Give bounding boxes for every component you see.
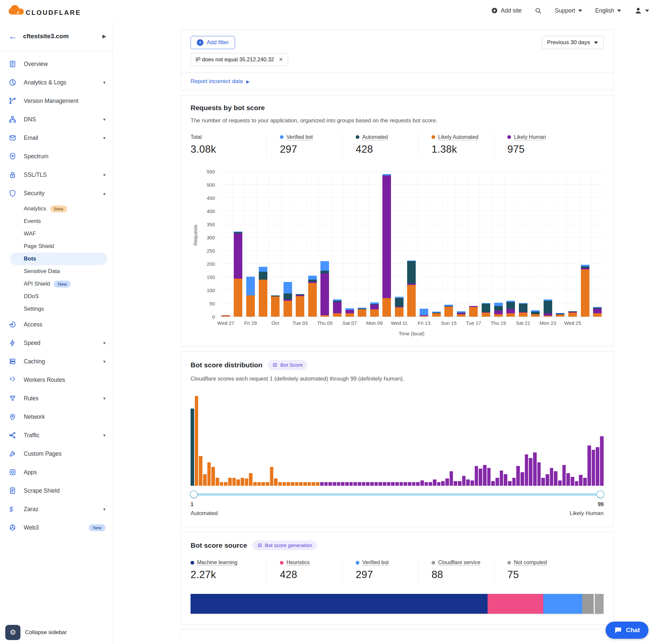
slider-handle-max[interactable] [596,490,604,498]
hist-bar-score-37 [341,482,345,486]
hist-bar-score-90 [562,465,566,486]
requests-by-bot-score-card: Requests by bot score The number of requ… [180,95,614,347]
bar-sat-07 [344,172,356,317]
support-menu[interactable]: Support [555,7,582,14]
sidebar: ← cftestsite3.com ▶ OverviewAnalytics & … [0,21,113,644]
slider-handle-min[interactable] [190,490,198,498]
hist-bar-score-18 [261,482,265,486]
sidebar-item-access[interactable]: Access [0,315,113,334]
cloudflare-logo: CLOUDFLARE [7,5,81,17]
bot-score-generation-badge[interactable]: Bot score generation [253,540,317,550]
sidebar-item-workers-routes[interactable]: Workers Routes [0,371,113,389]
y-tick-label: 450 [207,195,215,201]
sidebar-item-rules[interactable]: Rules▾ [0,389,113,408]
stat-label[interactable]: Machine learning [197,559,237,566]
date-range-dropdown[interactable]: Previous 30 days [542,36,604,49]
sidebar-item-events[interactable]: Events [0,215,113,228]
segment-automated [519,304,527,312]
analytics-icon [8,78,17,86]
stat-label[interactable]: Heuristics [286,559,310,566]
hist-bar-score-22 [278,482,282,486]
sidebar-item-traffic[interactable]: Traffic▾ [0,426,113,444]
bar-oct-01 [269,172,282,317]
search-button[interactable] [535,7,542,14]
stat-label[interactable]: Cloudflare service [438,559,480,566]
collapse-sidebar-button[interactable]: Collapse sidebar [25,629,67,636]
plus-icon: + [197,39,204,46]
sidebar-item-scrape-shield[interactable]: Scrape Shield [0,481,113,500]
hist-bar-score-61 [441,481,445,486]
stat-label[interactable]: Not computed [514,559,547,566]
chevron-down-icon: ▾ [103,172,105,178]
x-tick-label: Mon 09 [366,320,383,326]
language-menu[interactable]: English [595,7,621,14]
segment-likely-automated [407,285,416,317]
x-tick-label: Mon 23 [540,320,556,326]
slider-track[interactable] [191,493,604,496]
segment-likely-automated [234,279,242,316]
segment-verified-bot [494,303,503,306]
sidebar-item-page-shield[interactable]: Page Shield [0,240,113,253]
sidebar-item-waf[interactable]: WAF [0,228,113,240]
legend-dot [356,135,359,139]
sidebar-item-api-shield[interactable]: API ShieldNew [0,278,113,290]
x-tick-label: Tue 17 [466,320,481,326]
slider-right-caption: Likely Human [570,510,604,517]
sidebar-item-analytics[interactable]: AnalyticsBeta [0,203,113,215]
sidebar-item-ddos[interactable]: DDoS [0,290,113,303]
stat-label[interactable]: Likely Human [514,134,546,140]
legend-dot [191,561,194,565]
sidebar-item-overview[interactable]: Overview [0,55,113,73]
sidebar-item-analytics-logs[interactable]: Analytics & Logs▾ [0,73,113,92]
sidebar-item-ssl-tls[interactable]: SSL/TLS▾ [0,165,113,184]
bar-thu-05 [319,172,331,317]
sidebar-item-dns[interactable]: DNS▾ [0,110,113,129]
x-tick-mark [375,317,375,319]
hist-bar-score-38 [345,482,349,486]
back-arrow-icon[interactable]: ← [8,32,17,41]
sidebar-item-version-management[interactable]: Version Management [0,92,113,110]
hist-bar-score-36 [337,482,340,486]
sidebar-item-speed[interactable]: Speed▾ [0,334,113,352]
cloudflare-cloud-icon [7,5,25,17]
hist-bar-score-6 [211,467,215,486]
legend-dot [508,135,511,139]
sidebar-item-network[interactable]: Network [0,408,113,426]
x-tick-mark [325,317,325,319]
sidebar-item-settings[interactable]: Settings [0,303,113,315]
sidebar-item-web3[interactable]: Web3New [0,519,113,537]
add-filter-button[interactable]: + Add filter [191,36,235,49]
stat-label[interactable]: Likely Automated [438,134,478,140]
sidebar-item-sensitive-data[interactable]: Sensitive Data [0,265,113,278]
stat-label[interactable]: Verified bot [362,559,389,566]
network-icon [8,413,17,421]
x-tick-label: Wed 11 [391,320,407,326]
preferences-gear-button[interactable]: ⚙ [5,625,20,640]
chevron-down-icon: ▾ [103,340,105,346]
sidebar-item-zaraz[interactable]: Zaraz▾ [0,500,113,519]
hist-bar-score-25 [291,482,295,486]
slider-left-caption: Automated [191,510,217,517]
stat-label[interactable]: Verified bot [286,134,313,140]
bar-tue-24 [554,172,567,317]
chat-button[interactable]: Chat [606,622,649,639]
sidebar-item-spectrum[interactable]: Spectrum [0,147,113,165]
account-menu[interactable] [634,6,649,15]
sidebar-item-apps[interactable]: Apps [0,463,113,481]
bar-sun-08 [356,172,368,317]
gridline [219,171,604,171]
sidebar-item-caching[interactable]: Caching▾ [0,352,113,371]
sidebar-item-custom-pages[interactable]: Custom Pages [0,444,113,463]
stat-label[interactable]: Automated [362,134,388,140]
hist-bar-score-70 [479,468,482,486]
sidebar-item-security[interactable]: Security▴ [0,184,113,203]
bot-score-badge[interactable]: Bot Score [268,360,307,370]
report-incorrect-data-link[interactable]: Report incorrect data [191,78,243,85]
site-expand-icon[interactable]: ▶ [102,33,106,39]
remove-filter-icon[interactable]: ✕ [279,56,283,63]
sidebar-item-email[interactable]: Email▾ [0,129,113,147]
top-navigation-bar: CLOUDFLARE Add site Support English [0,0,659,21]
hist-bar-score-66 [462,476,466,486]
sidebar-item-bots[interactable]: Bots [10,253,108,265]
add-site-button[interactable]: Add site [491,7,521,14]
